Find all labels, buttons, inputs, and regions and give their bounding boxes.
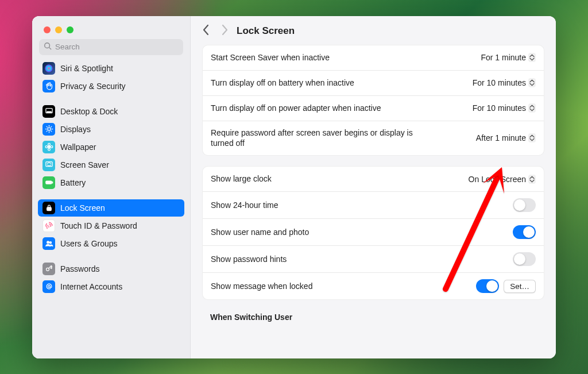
forward-button[interactable] — [220, 24, 229, 38]
hand-icon — [42, 80, 55, 92]
page-title: Lock Screen — [237, 25, 295, 37]
key-icon — [42, 263, 55, 275]
row-label: Start Screen Saver when inactive — [211, 52, 330, 63]
sidebar-item-displays[interactable]: Displays — [38, 121, 184, 138]
popup-button[interactable]: After 1 minute — [476, 133, 536, 142]
svg-point-18 — [51, 146, 53, 148]
sun-icon — [42, 123, 55, 136]
sidebar-item-label: Wallpaper — [60, 142, 96, 152]
window-controls — [32, 16, 190, 33]
row-label: Turn display off on power adapter when i… — [211, 103, 381, 114]
popup-button[interactable]: For 10 minutes — [473, 103, 536, 113]
sidebar-item-internet-accounts[interactable]: Internet Accounts — [38, 278, 184, 295]
stepper-icon — [528, 53, 536, 62]
sidebar-item-label: Displays — [60, 125, 91, 134]
row-label: Show 24-hour time — [211, 200, 278, 211]
settings-row: Start Screen Saver when inactiveFor 1 mi… — [203, 45, 544, 71]
section-heading: When Switching User — [202, 310, 544, 324]
sidebar-item-desktop-dock[interactable]: Desktop & Dock — [38, 103, 184, 120]
sidebar-item-label: Passwords — [60, 264, 99, 273]
sidebar-item-label: Battery — [60, 178, 86, 187]
search-field[interactable] — [39, 39, 183, 55]
row-control: For 10 minutes — [473, 103, 536, 113]
sidebar-item-label: Internet Accounts — [60, 282, 122, 291]
svg-line-10 — [47, 126, 47, 127]
svg-point-17 — [45, 146, 48, 148]
timing-settings-card: Start Screen Saver when inactiveFor 1 mi… — [202, 45, 544, 156]
fingerprint-icon — [42, 219, 55, 232]
nav-arrows — [202, 24, 229, 38]
stepper-icon — [528, 133, 536, 142]
sidebar-item-privacy[interactable]: Privacy & Security — [38, 78, 184, 95]
system-settings-window: Siri & SpotlightPrivacy & SecurityDeskto… — [32, 16, 556, 358]
svg-line-11 — [51, 131, 51, 132]
row-label: Show user name and photo — [211, 227, 309, 238]
row-label: Show message when locked — [211, 281, 312, 292]
sidebar-item-wallpaper[interactable]: Wallpaper — [38, 138, 184, 156]
search-icon — [44, 42, 52, 52]
settings-row: Show 24-hour time — [203, 192, 544, 219]
settings-row: Require password after screen saver begi… — [203, 121, 544, 156]
close-button[interactable] — [44, 26, 51, 33]
popup-button[interactable]: For 10 minutes — [473, 78, 536, 87]
display-settings-card: Show large clockOn Lock Screen Show 24-h… — [202, 166, 544, 300]
sidebar-item-users-groups[interactable]: Users & Groups — [38, 235, 184, 252]
content: Lock Screen Start Screen Saver when inac… — [191, 16, 556, 358]
users-icon — [42, 237, 55, 250]
settings-row: Show password hints — [203, 246, 544, 273]
minimize-button[interactable] — [55, 26, 62, 33]
sidebar-item-label: Lock Screen — [60, 203, 105, 213]
popup-value: For 10 minutes — [473, 103, 526, 113]
set-button[interactable]: Set… — [504, 280, 536, 293]
svg-point-15 — [48, 143, 50, 145]
row-control: After 1 minute — [476, 133, 536, 142]
svg-point-24 — [49, 242, 51, 244]
row-control — [513, 198, 536, 212]
sidebar-item-passwords[interactable]: Passwords — [38, 260, 184, 277]
toggle-switch[interactable] — [513, 198, 536, 212]
svg-rect-21 — [52, 182, 52, 183]
toggle-switch[interactable] — [513, 225, 536, 239]
row-label: Require password after screen saver begi… — [211, 128, 429, 149]
popup-button[interactable]: On Lock Screen — [469, 175, 536, 184]
settings-body: Start Screen Saver when inactiveFor 1 mi… — [191, 45, 556, 358]
sidebar-item-label: Touch ID & Password — [60, 221, 137, 230]
sidebar-item-battery[interactable]: Battery — [38, 174, 184, 191]
dock-icon — [42, 105, 55, 118]
stepper-icon — [528, 103, 536, 113]
settings-row: Show message when lockedSet… — [203, 273, 544, 299]
maximize-button[interactable] — [67, 26, 74, 33]
toggle-switch[interactable] — [476, 279, 499, 293]
stepper-icon — [528, 78, 536, 87]
sidebar-item-lock-screen[interactable]: Lock Screen — [38, 199, 184, 217]
svg-line-13 — [51, 126, 51, 127]
sidebar-item-label: Users & Groups — [60, 239, 118, 248]
sidebar-item-screen-saver[interactable]: Screen Saver — [38, 156, 184, 173]
sidebar-item-touch-id[interactable]: Touch ID & Password — [38, 217, 184, 234]
svg-point-16 — [48, 148, 50, 151]
sidebar-item-label: Desktop & Dock — [60, 107, 118, 116]
popup-button[interactable]: For 1 minute — [481, 53, 536, 62]
popup-value: On Lock Screen — [469, 175, 526, 184]
svg-rect-4 — [47, 111, 51, 113]
toggle-switch[interactable] — [513, 252, 536, 266]
svg-point-0 — [45, 43, 50, 48]
screen-icon — [42, 159, 55, 171]
sidebar-item-siri[interactable]: Siri & Spotlight — [38, 60, 184, 77]
search-input[interactable] — [55, 43, 179, 51]
sidebar-item-label: Privacy & Security — [60, 82, 126, 91]
back-button[interactable] — [202, 24, 210, 38]
row-label: Show large clock — [211, 173, 272, 184]
svg-point-14 — [48, 146, 50, 148]
row-control: For 10 minutes — [473, 78, 536, 87]
settings-row: Show large clockOn Lock Screen — [203, 167, 544, 192]
svg-point-5 — [48, 128, 51, 130]
battery-icon — [42, 176, 55, 189]
stepper-icon — [528, 175, 536, 184]
popup-value: After 1 minute — [476, 133, 526, 142]
at-icon — [42, 280, 55, 293]
settings-row: Turn display off on battery when inactiv… — [203, 71, 544, 96]
svg-point-2 — [45, 64, 52, 72]
sidebar: Siri & SpotlightPrivacy & SecurityDeskto… — [32, 16, 191, 358]
sidebar-item-label: Screen Saver — [60, 160, 109, 169]
